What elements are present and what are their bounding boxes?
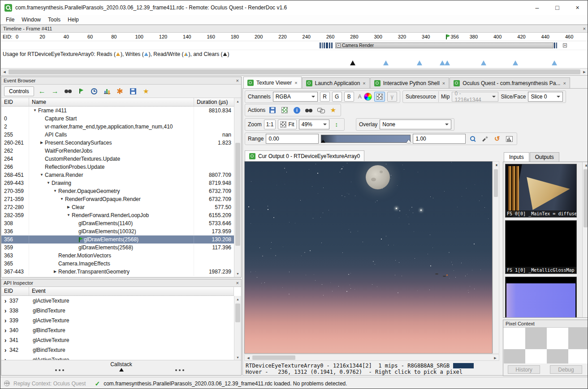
close-tab-icon[interactable]: ×: [563, 81, 566, 86]
timeline-scrollbar-thumb[interactable]: [9, 69, 580, 74]
api-call-row[interactable]: ›342glBindTexture: [1, 345, 234, 355]
zoom-range-button[interactable]: [468, 134, 478, 144]
usage-marker-write[interactable]: [417, 60, 422, 65]
event-row[interactable]: 367-443▶Render.TransparentGeometry1987.2…: [1, 268, 234, 276]
menu-item-window[interactable]: Window: [18, 15, 44, 25]
tab-inputs[interactable]: Inputs: [504, 152, 529, 162]
output-texture-tab[interactable]: Cur Output 0 - RTDeviceEyeTextureArray0: [245, 150, 364, 161]
tree-collapse-icon[interactable]: ▼: [32, 107, 38, 115]
tree-expand-icon[interactable]: ▶: [52, 268, 58, 276]
gamma-button[interactable]: γ: [387, 92, 397, 102]
usage-marker-write[interactable]: [445, 60, 450, 65]
column-header-eid[interactable]: EID: [1, 98, 29, 106]
event-row[interactable]: 359glDrawElements(2568)117.396: [1, 244, 234, 252]
splitter-dots[interactable]: [55, 369, 64, 371]
minimize-button[interactable]: –: [527, 0, 547, 15]
close-panel-icon[interactable]: ×: [583, 26, 586, 31]
event-row[interactable]: 272-280▶Clear577.50: [1, 203, 234, 211]
tab-interactive-python-shell[interactable]: Interactive Python Shell×: [370, 77, 450, 88]
tree-collapse-icon[interactable]: ▼: [59, 195, 65, 203]
tab-oculus-quest-com-framesynthesis-pa[interactable]: Oculus Quest - com.framesynthesis Pa...×: [450, 77, 570, 88]
save-texture-button[interactable]: [268, 105, 277, 115]
api-call-row[interactable]: ›337glActiveTexture: [1, 296, 234, 306]
event-row[interactable]: 363Render.MotionVectors: [1, 252, 234, 260]
history-button[interactable]: History: [508, 365, 540, 374]
usage-marker-write[interactable]: [481, 60, 486, 65]
tree-collapse-icon[interactable]: ▼: [52, 187, 58, 195]
splitter-dots[interactable]: [175, 369, 184, 371]
texture-thumbnail[interactable]: FS 1[0] _MetallicGlossMap = specular: [505, 220, 577, 274]
tree-expand-icon[interactable]: ▶: [39, 139, 45, 147]
event-row[interactable]: 308glDrawElements(1140)5733.646: [1, 219, 234, 227]
close-panel-icon[interactable]: ×: [236, 280, 239, 286]
overlay-dropdown[interactable]: None: [380, 120, 451, 129]
expand-chevron-icon[interactable]: ›: [1, 316, 9, 325]
flip-vertical-button[interactable]: ↕: [332, 120, 342, 129]
channels-dropdown[interactable]: RGBA: [273, 92, 318, 102]
event-row[interactable]: 264CustomRenderTextures.Update: [1, 155, 234, 163]
show-times-button[interactable]: [89, 86, 99, 96]
scrollbar-thumb[interactable]: [584, 169, 588, 227]
settings-button[interactable]: ★: [328, 105, 338, 115]
scrollbar-thumb[interactable]: [235, 143, 240, 246]
prev-draw-button[interactable]: ←: [37, 86, 47, 96]
find-event-button[interactable]: [63, 86, 73, 96]
expand-marker-icon-right[interactable]: +: [563, 43, 567, 47]
scroll-down-icon[interactable]: ▼: [493, 162, 500, 168]
blue-channel-button[interactable]: B: [344, 92, 354, 102]
api-inspector-scrollbar[interactable]: ▲ ▼: [234, 296, 241, 361]
tab-launch-application[interactable]: Launch Application×: [302, 77, 370, 88]
texture-canvas[interactable]: [244, 161, 493, 354]
expand-chevron-icon[interactable]: ›: [1, 325, 9, 335]
api-call-row[interactable]: ›glActiveTexture: [1, 355, 234, 360]
statistics-button[interactable]: [102, 86, 112, 96]
fit-toggle-button[interactable]: Fit: [278, 120, 296, 129]
camera-render-bar[interactable]: + Camera Render: [335, 43, 553, 48]
range-max-input[interactable]: 1.00: [413, 134, 466, 144]
white-point-handle[interactable]: [406, 140, 411, 143]
filter-settings-button[interactable]: ★: [141, 86, 151, 96]
maximize-button[interactable]: □: [547, 0, 567, 15]
tab-outputs[interactable]: Outputs: [530, 152, 559, 162]
scroll-right-icon[interactable]: ▶: [581, 68, 588, 75]
menu-item-tools[interactable]: Tools: [44, 15, 64, 25]
zoom-dropdown[interactable]: 49%: [299, 120, 329, 129]
black-point-handle[interactable]: [321, 140, 325, 143]
red-channel-button[interactable]: R: [320, 92, 330, 102]
replay-context-icon[interactable]: [4, 380, 10, 386]
column-header-duration[interactable]: Duration (µs): [194, 98, 234, 106]
expand-marker-icon[interactable]: +: [337, 43, 341, 47]
scrollbar-thumb[interactable]: [252, 355, 295, 360]
event-browser-scrollbar[interactable]: ▲ ▼: [234, 98, 241, 277]
event-row[interactable]: ▼Frame #4118810.834: [1, 107, 234, 115]
api-call-row[interactable]: ›339glActiveTexture: [1, 316, 234, 325]
scroll-left-icon[interactable]: ◀: [245, 355, 252, 361]
expand-chevron-icon[interactable]: ›: [1, 296, 9, 306]
api-call-row[interactable]: ›340glBindTexture: [1, 325, 234, 335]
timeline-ruler[interactable]: EID: 02040608010012014016018020022024026…: [1, 33, 588, 41]
debug-button[interactable]: Debug: [550, 365, 582, 374]
expand-chevron-icon[interactable]: ›: [1, 345, 9, 355]
event-row[interactable]: 255API Callsnan: [1, 131, 234, 139]
scroll-down-icon[interactable]: ▼: [234, 270, 241, 277]
bookmark-button[interactable]: [76, 86, 86, 96]
event-row[interactable]: 268-451▼Camera.Render8807.709: [1, 171, 234, 179]
column-header-eid[interactable]: EID: [1, 287, 29, 295]
pixel-context-view[interactable]: [504, 328, 588, 363]
next-draw-button[interactable]: →: [50, 86, 60, 96]
scrollbar-thumb[interactable]: [494, 169, 498, 197]
checkerboard-background-button[interactable]: [374, 92, 385, 102]
color-wheel-icon[interactable]: [364, 93, 372, 101]
event-row[interactable]: 2vr-marker,frame_end,type,application,fr…: [1, 123, 234, 131]
canvas-vertical-scrollbar[interactable]: ▲ ▼: [493, 161, 499, 354]
expand-chevron-icon[interactable]: ›: [1, 335, 9, 345]
timeline-scrollbar[interactable]: ◀ ▶: [1, 68, 588, 75]
close-button[interactable]: ×: [567, 0, 588, 15]
green-channel-button[interactable]: G: [332, 92, 342, 102]
save-button[interactable]: [128, 86, 138, 96]
scroll-up-icon[interactable]: ▲: [234, 296, 241, 303]
autofit-picker-button[interactable]: [480, 134, 490, 144]
usage-marker-write[interactable]: [383, 60, 389, 65]
usage-marker-write[interactable]: [513, 60, 518, 65]
texture-thumbnail[interactable]: FS 0[0] _MainTex = diffuse: [505, 164, 577, 218]
